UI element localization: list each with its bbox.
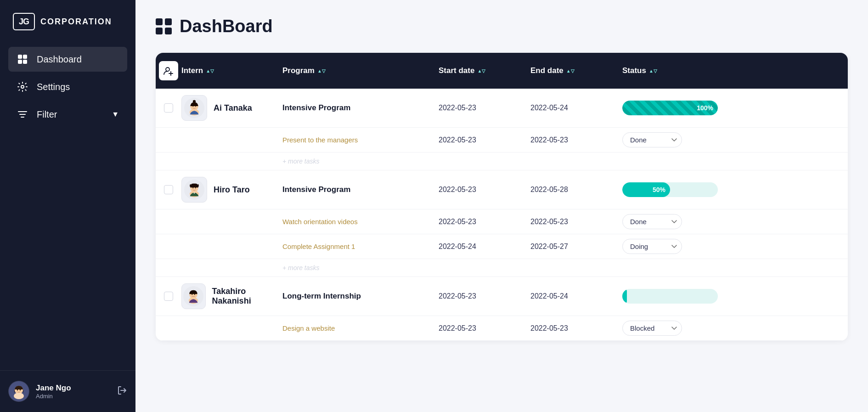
checkbox-1[interactable] — [164, 103, 173, 113]
chevron-down-icon: ▼ — [112, 110, 119, 119]
main-content: DashBoard Intern ▲▽ Program — [135, 0, 868, 412]
logo-box: JG — [13, 13, 35, 30]
task-start-1-1: 2022-05-23 — [439, 136, 530, 144]
progress-label-1: 100% — [697, 104, 713, 112]
svg-point-14 — [166, 68, 169, 71]
progress-fill-3 — [622, 289, 627, 304]
svg-point-27 — [195, 187, 196, 188]
task-status-1-1[interactable]: Done Doing Blocked Todo — [622, 132, 723, 147]
more-tasks-placeholder-2[interactable]: + more tasks — [282, 264, 439, 272]
intern-name-2: Hiro Taro — [214, 185, 250, 195]
th-program: Program ▲▽ — [282, 66, 439, 75]
status-dropdown-2-1[interactable]: Done Doing Blocked Todo — [622, 214, 682, 229]
svg-point-4 — [21, 85, 24, 88]
task-end-2-2: 2022-05-27 — [530, 243, 622, 251]
program-cell-1: Intensive Program — [282, 103, 439, 113]
intern-name-cell-2: Hiro Taro — [181, 177, 282, 203]
sidebar-filter-label: Filter — [37, 109, 57, 120]
sort-icon-end[interactable]: ▲▽ — [566, 68, 575, 73]
user-role: Admin — [36, 393, 111, 400]
task-status-3-1[interactable]: Done Doing Blocked Todo — [622, 321, 723, 336]
program-cell-3: Long-term Internship — [282, 292, 439, 301]
intern-name-cell-3: Takahiro Nakanishi — [181, 283, 282, 309]
row-check-3[interactable] — [156, 292, 181, 301]
sort-icon-intern[interactable]: ▲▽ — [206, 68, 214, 73]
table-row: Present to the managers 2022-05-23 2022-… — [156, 128, 848, 152]
program-name-1: Intensive Program — [282, 103, 350, 112]
end-date-1: 2022-05-24 — [530, 104, 622, 112]
svg-point-32 — [194, 294, 195, 295]
start-date-1: 2022-05-23 — [439, 104, 530, 112]
status-dropdown-1-1[interactable]: Done Doing Blocked Todo — [622, 132, 682, 147]
table-row: Design a website 2022-05-23 2022-05-23 D… — [156, 316, 848, 341]
table-row: + more tasks — [156, 259, 848, 277]
progress-bar-cell-3 — [622, 289, 723, 304]
task-end-2-1: 2022-05-23 — [530, 218, 622, 226]
task-label-cell-3-1: Design a website — [282, 324, 439, 333]
checkbox-2[interactable] — [164, 185, 173, 194]
corporation-label: CORPORATION — [40, 17, 112, 27]
sidebar-nav: Dashboard Settings Filter ▼ — [0, 47, 135, 370]
table-header: Intern ▲▽ Program ▲▽ Start date ▲▽ End d… — [156, 53, 848, 89]
sort-icon-program[interactable]: ▲▽ — [317, 68, 326, 73]
program-cell-2: Intensive Program — [282, 185, 439, 194]
task-label-2-1: Watch orientation videos — [282, 218, 358, 226]
th-start-date: Start date ▲▽ — [439, 66, 530, 75]
sort-icon-status[interactable]: ▲▽ — [649, 68, 657, 73]
svg-point-13 — [20, 389, 21, 391]
th-intern-label: Intern — [181, 66, 203, 75]
row-check-2[interactable] — [156, 185, 181, 194]
sidebar-item-settings[interactable]: Settings — [8, 74, 127, 99]
status-dropdown-2-2[interactable]: Done Doing Blocked Todo — [622, 239, 682, 254]
status-dropdown-3-1[interactable]: Done Doing Blocked Todo — [622, 321, 682, 336]
intern-name-3: Takahiro Nakanishi — [212, 287, 282, 306]
task-label-cell-2-1: Watch orientation videos — [282, 218, 439, 226]
task-status-2-2[interactable]: Done Doing Blocked Todo — [622, 239, 723, 254]
th-add-intern[interactable] — [156, 61, 181, 80]
page-header: DashBoard — [156, 17, 848, 36]
svg-point-31 — [192, 294, 193, 295]
sidebar-item-filter[interactable]: Filter ▼ — [8, 102, 127, 127]
more-tasks-label-2: + more tasks — [282, 264, 320, 271]
th-status: Status ▲▽ — [622, 66, 723, 75]
task-label-1-1: Present to the managers — [282, 136, 358, 144]
table-row: Hiro Taro Intensive Program 2022-05-23 2… — [156, 170, 848, 209]
program-name-3: Long-term Internship — [282, 292, 361, 300]
row-check-1[interactable] — [156, 103, 181, 113]
th-end-date: End date ▲▽ — [530, 66, 622, 75]
logout-icon[interactable] — [117, 385, 127, 398]
task-start-2-1: 2022-05-23 — [439, 218, 530, 226]
avatar — [8, 381, 29, 402]
intern-name-cell-1: Ai Tanaka — [181, 95, 282, 121]
progress-bar-3 — [622, 289, 718, 304]
th-start-date-label: Start date — [439, 66, 474, 75]
progress-bar-cell-2: 50% — [622, 182, 723, 197]
add-intern-button[interactable] — [159, 61, 178, 80]
logo-text: JG — [19, 17, 29, 27]
svg-point-11 — [14, 393, 24, 399]
more-tasks-placeholder-1[interactable]: + more tasks — [282, 157, 439, 165]
svg-point-21 — [192, 106, 193, 107]
th-intern: Intern ▲▽ — [181, 66, 282, 75]
checkbox-3[interactable] — [164, 292, 173, 301]
sidebar-logo: JG CORPORATION — [0, 0, 135, 47]
progress-bar-cell-1: 100% — [622, 101, 723, 115]
th-program-label: Program — [282, 66, 315, 75]
intern-avatar-ai-tanaka — [181, 95, 207, 121]
table-row: Takahiro Nakanishi Long-term Internship … — [156, 277, 848, 316]
task-status-2-1[interactable]: Done Doing Blocked Todo — [622, 214, 723, 229]
table-body: Ai Tanaka Intensive Program 2022-05-23 2… — [156, 89, 848, 341]
intern-avatar-takahiro — [181, 283, 206, 309]
progress-bar-2: 50% — [622, 182, 718, 197]
svg-point-22 — [195, 106, 196, 107]
sidebar-item-dashboard[interactable]: Dashboard — [8, 47, 127, 72]
svg-rect-0 — [18, 55, 22, 59]
svg-rect-2 — [18, 60, 22, 64]
task-start-3-1: 2022-05-23 — [439, 324, 530, 333]
svg-point-26 — [192, 187, 193, 188]
task-end-1-1: 2022-05-23 — [530, 136, 622, 144]
start-date-3: 2022-05-23 — [439, 292, 530, 300]
progress-label-2: 50% — [653, 186, 665, 193]
svg-point-20 — [193, 100, 196, 103]
sort-icon-start[interactable]: ▲▽ — [477, 68, 485, 73]
